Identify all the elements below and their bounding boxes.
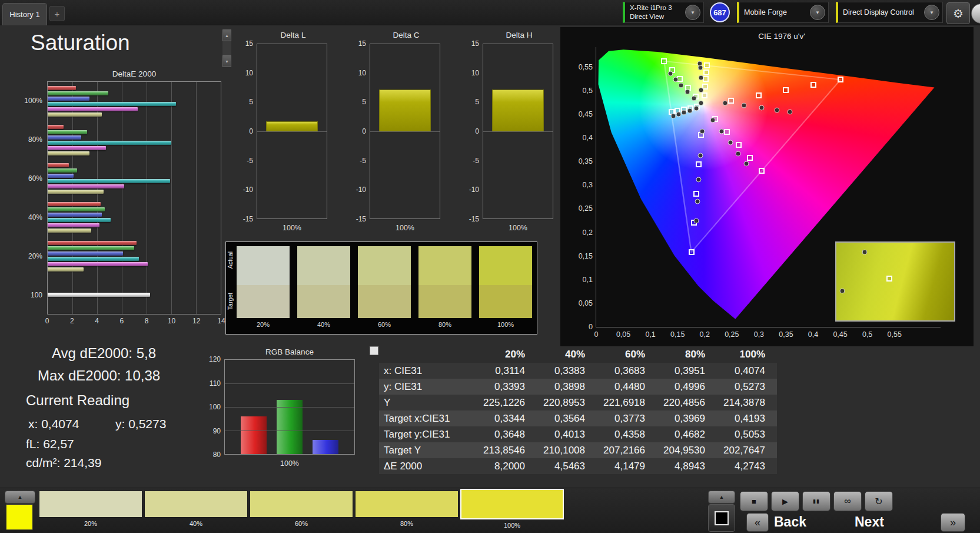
current-cdm2: cd/m²: 214,39 bbox=[26, 456, 101, 470]
patch-label: 60% bbox=[250, 520, 353, 527]
swatch-level-label: 80% bbox=[418, 321, 471, 328]
playback-button[interactable]: ↻ bbox=[865, 491, 893, 511]
playback-button[interactable]: ▶ bbox=[771, 491, 799, 511]
axis-tick-label: 90 bbox=[213, 427, 221, 435]
scroll-down-icon[interactable]: ▼ bbox=[222, 55, 231, 67]
next-button[interactable]: Next bbox=[855, 514, 884, 530]
source-dropdown-button[interactable]: ▼ bbox=[810, 5, 825, 20]
patch-20%[interactable]: 20% bbox=[39, 491, 142, 529]
axis-tick-label: 0,35 bbox=[779, 330, 793, 339]
axis-tick-label: 0,45 bbox=[579, 110, 593, 118]
source-dropdown[interactable]: Mobile Forge ▼ bbox=[737, 2, 829, 23]
back-chevron-button[interactable]: « bbox=[746, 513, 769, 532]
deltae-bar bbox=[48, 125, 64, 129]
target-point bbox=[704, 62, 710, 68]
tab-history-1[interactable]: History 1 bbox=[2, 3, 47, 25]
playback-button[interactable]: ∞ bbox=[833, 491, 862, 511]
meter-label: X-Rite i1Pro 3 Direct View bbox=[630, 4, 672, 21]
back-button[interactable]: Back bbox=[774, 514, 806, 530]
scroll-up-icon[interactable]: ▲ bbox=[222, 29, 231, 41]
corner-button[interactable] bbox=[971, 4, 980, 24]
deltae-bar bbox=[48, 207, 105, 211]
zero-line bbox=[483, 131, 553, 132]
actual-row-label: Actual bbox=[227, 251, 234, 269]
zero-line bbox=[370, 131, 440, 132]
patch-label: 100% bbox=[460, 522, 564, 529]
mini-scrollbar[interactable]: ▲ ▼ bbox=[222, 29, 231, 67]
delta-h-chart: Delta H 151050-5-10-15 100% bbox=[466, 31, 556, 240]
axis-tick-label: 0,55 bbox=[579, 63, 593, 71]
target-point bbox=[661, 58, 667, 64]
page-title: Saturation bbox=[31, 31, 130, 55]
chart-title: Delta H bbox=[483, 31, 556, 39]
table-cell: 8,2000 bbox=[477, 461, 537, 472]
gridline bbox=[225, 407, 354, 408]
deltae-bar bbox=[48, 174, 74, 178]
patch-60%[interactable]: 60% bbox=[250, 491, 353, 529]
patch-window-icon bbox=[715, 511, 729, 525]
table-cell: 0,3114 bbox=[477, 365, 537, 377]
deltae-bar bbox=[48, 251, 123, 256]
avg-de2000: Avg dE2000: 5,8 bbox=[52, 345, 156, 362]
meter-mode: Direct View bbox=[630, 12, 672, 21]
table-row: Y225,1226220,8953221,6918220,4856214,387… bbox=[379, 395, 777, 410]
table-cell: 0,4358 bbox=[597, 429, 657, 441]
settings-button[interactable]: ⚙ bbox=[946, 2, 970, 24]
delta-l-bar bbox=[266, 121, 317, 131]
deltae-bar bbox=[48, 107, 138, 111]
table-column-header: 80% bbox=[657, 349, 717, 360]
rgb-bar-blue bbox=[313, 440, 338, 454]
table-cell: 0,4074 bbox=[717, 365, 777, 377]
patch-40%[interactable]: 40% bbox=[144, 491, 248, 529]
source-label: Mobile Forge bbox=[744, 8, 787, 16]
axis-tick-label: -15 bbox=[469, 215, 479, 223]
patch-scroll-up-button[interactable]: ▲ bbox=[5, 491, 35, 504]
deltae-bar bbox=[48, 241, 137, 245]
patch-label: 80% bbox=[355, 520, 459, 527]
patch-100%[interactable]: 100% bbox=[460, 491, 564, 529]
next-chevron-button[interactable]: » bbox=[941, 513, 965, 532]
measured-point bbox=[670, 114, 676, 119]
table-cell: 220,8953 bbox=[537, 397, 597, 409]
deltae-bar bbox=[48, 112, 102, 117]
patch-label: 20% bbox=[39, 520, 142, 527]
table-cell: 0,5273 bbox=[717, 381, 777, 393]
meter-dropdown[interactable]: X-Rite i1Pro 3 Direct View ▼ bbox=[623, 2, 704, 23]
deltae-bar bbox=[48, 102, 176, 106]
table-column-header: 100% bbox=[717, 349, 777, 360]
display-control-dropdown-button[interactable]: ▼ bbox=[924, 5, 939, 20]
patch-80%[interactable]: 80% bbox=[355, 491, 459, 529]
meter-dropdown-button[interactable]: ▼ bbox=[685, 5, 700, 20]
swatch-column: 20% bbox=[237, 246, 290, 328]
axis-tick-label: 4 bbox=[95, 317, 99, 325]
table-row: y: CIE310,33930,38980,44800,49960,5273 bbox=[379, 379, 777, 395]
table-column-header: 60% bbox=[597, 349, 657, 360]
current-fl: fL: 62,57 bbox=[26, 437, 74, 451]
axis-tick-label: 80% bbox=[28, 135, 42, 144]
axis-tick-label: 8 bbox=[145, 317, 149, 325]
table-scroll-grip[interactable] bbox=[370, 346, 378, 355]
measured-point bbox=[676, 111, 682, 117]
target-point bbox=[736, 142, 742, 148]
display-control-dropdown[interactable]: Direct Display Control ▼ bbox=[836, 2, 943, 23]
current-y: y: 0,5273 bbox=[115, 417, 166, 431]
axis-tick-label: 40% bbox=[28, 213, 42, 221]
current-reading-heading: Current Reading bbox=[26, 392, 129, 409]
add-tab-button[interactable]: + bbox=[49, 6, 65, 21]
target-swatch bbox=[237, 285, 290, 318]
axis-tick-label: 0,5 bbox=[862, 330, 872, 339]
axis-tick-label: 10 bbox=[245, 69, 253, 77]
deltae-bar bbox=[48, 91, 108, 95]
playback-button[interactable]: ▮▮ bbox=[802, 491, 830, 511]
patch-nav-up-button[interactable]: ▲ bbox=[708, 491, 735, 504]
stop-icon: ■ bbox=[752, 497, 756, 506]
chevrons-left-icon: « bbox=[755, 517, 760, 529]
delta-c-plot bbox=[370, 44, 440, 219]
scrollbar-track[interactable] bbox=[222, 41, 231, 55]
measured-point bbox=[685, 90, 690, 95]
axis-tick-label: 100% bbox=[24, 97, 42, 105]
patch-window-button[interactable] bbox=[708, 504, 735, 532]
axis-tick-label: 0,2 bbox=[700, 330, 710, 339]
playback-button[interactable]: ■ bbox=[740, 491, 768, 511]
measured-point bbox=[699, 128, 705, 134]
